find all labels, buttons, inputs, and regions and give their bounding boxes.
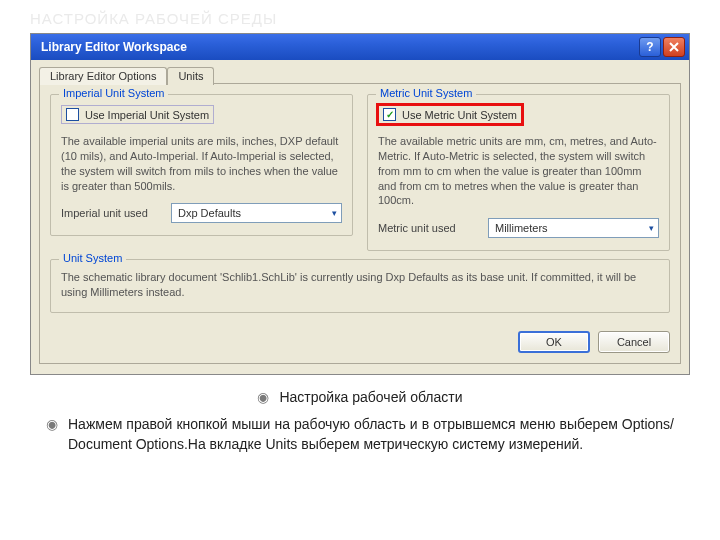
tab-library-editor-options[interactable]: Library Editor Options <box>39 67 167 85</box>
bullet-2: ◉ Нажмем правой кнопкой мыши на рабочую … <box>46 414 674 455</box>
imperial-unit-value: Dxp Defaults <box>178 207 241 219</box>
imperial-legend: Imperial Unit System <box>59 87 168 99</box>
bullet-2-text: Нажмем правой кнопкой мыши на рабочую об… <box>68 414 674 455</box>
imperial-group: Imperial Unit System Use Imperial Unit S… <box>50 94 353 236</box>
metric-checkbox-label: Use Metric Unit System <box>402 109 517 121</box>
tab-strip: Library Editor Options Units <box>39 66 681 84</box>
close-button[interactable] <box>663 37 685 57</box>
metric-unit-value: Millimeters <box>495 222 548 234</box>
imperial-desc: The available imperial units are mils, i… <box>61 134 342 193</box>
dialog-screenshot: Library Editor Workspace ? Library Edito… <box>30 33 690 375</box>
window-title: Library Editor Workspace <box>41 40 187 54</box>
dialog-body: Library Editor Options Units Imperial Un… <box>31 60 689 374</box>
tab-units[interactable]: Units <box>167 67 214 85</box>
help-button[interactable]: ? <box>639 37 661 57</box>
metric-legend: Metric Unit System <box>376 87 476 99</box>
slide-body: ◉ Настройка рабочей области ◉ Нажмем пра… <box>0 383 720 455</box>
metric-desc: The available metric units are mm, cm, m… <box>378 134 659 208</box>
chevron-down-icon: ▾ <box>332 208 337 218</box>
unit-system-group: Unit System The schematic library docume… <box>50 259 670 313</box>
imperial-unit-select[interactable]: Dxp Defaults ▾ <box>171 203 342 223</box>
titlebar: Library Editor Workspace ? <box>31 34 689 60</box>
bullet-marker-icon: ◉ <box>46 414 58 455</box>
metric-group: Metric Unit System ✓ Use Metric Unit Sys… <box>367 94 670 251</box>
metric-unit-label: Metric unit used <box>378 222 478 234</box>
imperial-checkbox-label: Use Imperial Unit System <box>85 109 209 121</box>
ok-button[interactable]: OK <box>518 331 590 353</box>
bullet-marker-icon: ◉ <box>257 387 269 408</box>
use-imperial-row[interactable]: Use Imperial Unit System <box>61 105 214 124</box>
imperial-unit-label: Imperial unit used <box>61 207 161 219</box>
unit-system-text: The schematic library document 'Schlib1.… <box>61 270 659 300</box>
chevron-down-icon: ▾ <box>649 223 654 233</box>
cancel-button[interactable]: Cancel <box>598 331 670 353</box>
imperial-checkbox[interactable] <box>66 108 79 121</box>
unit-system-legend: Unit System <box>59 252 126 264</box>
tab-panel-units: Imperial Unit System Use Imperial Unit S… <box>39 83 681 364</box>
button-row: OK Cancel <box>50 321 670 353</box>
use-metric-row[interactable]: ✓ Use Metric Unit System <box>378 105 522 124</box>
metric-checkbox[interactable]: ✓ <box>383 108 396 121</box>
slide-title: НАСТРОЙКА РАБОЧЕЙ СРЕДЫ <box>0 0 720 33</box>
bullet-1: ◉ Настройка рабочей области <box>46 387 674 408</box>
metric-unit-select[interactable]: Millimeters ▾ <box>488 218 659 238</box>
bullet-1-text: Настройка рабочей области <box>279 387 462 408</box>
